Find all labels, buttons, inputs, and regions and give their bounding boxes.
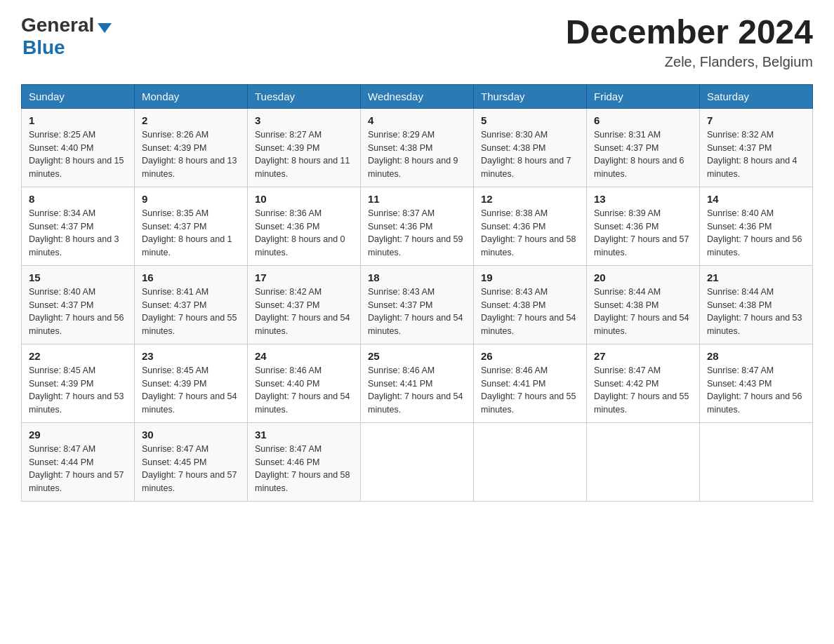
day-detail: Sunrise: 8:38 AMSunset: 4:36 PMDaylight:… [481, 207, 579, 260]
day-number: 16 [142, 271, 240, 283]
day-number: 28 [707, 350, 805, 362]
day-number: 9 [142, 193, 240, 205]
day-detail: Sunrise: 8:43 AMSunset: 4:37 PMDaylight:… [368, 286, 466, 338]
header-thursday: Thursday [474, 84, 587, 108]
day-number: 10 [255, 193, 353, 205]
calendar-cell: 21 Sunrise: 8:44 AMSunset: 4:38 PMDaylig… [700, 265, 813, 344]
day-number: 29 [29, 429, 127, 441]
day-detail: Sunrise: 8:31 AMSunset: 4:37 PMDaylight:… [594, 128, 692, 181]
day-number: 18 [368, 271, 466, 283]
day-number: 31 [255, 429, 353, 441]
day-number: 3 [255, 114, 353, 126]
calendar-cell: 26 Sunrise: 8:46 AMSunset: 4:41 PMDaylig… [474, 344, 587, 422]
day-detail: Sunrise: 8:35 AMSunset: 4:37 PMDaylight:… [142, 207, 240, 260]
calendar-cell: 19 Sunrise: 8:43 AMSunset: 4:38 PMDaylig… [474, 265, 587, 344]
calendar-cell [474, 422, 587, 501]
day-number: 19 [481, 271, 579, 283]
day-number: 2 [142, 114, 240, 126]
day-detail: Sunrise: 8:47 AMSunset: 4:44 PMDaylight:… [29, 443, 127, 495]
day-detail: Sunrise: 8:43 AMSunset: 4:38 PMDaylight:… [481, 286, 579, 338]
header-saturday: Saturday [700, 84, 813, 108]
calendar-cell: 29 Sunrise: 8:47 AMSunset: 4:44 PMDaylig… [22, 422, 135, 501]
header-monday: Monday [135, 84, 248, 108]
calendar-cell: 18 Sunrise: 8:43 AMSunset: 4:37 PMDaylig… [361, 265, 474, 344]
day-detail: Sunrise: 8:29 AMSunset: 4:38 PMDaylight:… [368, 128, 466, 181]
day-detail: Sunrise: 8:44 AMSunset: 4:38 PMDaylight:… [594, 286, 692, 338]
day-detail: Sunrise: 8:45 AMSunset: 4:39 PMDaylight:… [142, 364, 240, 417]
day-detail: Sunrise: 8:37 AMSunset: 4:36 PMDaylight:… [368, 207, 466, 260]
day-detail: Sunrise: 8:34 AMSunset: 4:37 PMDaylight:… [29, 207, 127, 260]
day-detail: Sunrise: 8:47 AMSunset: 4:42 PMDaylight:… [594, 364, 692, 417]
header-wednesday: Wednesday [361, 84, 474, 108]
day-number: 8 [29, 193, 127, 205]
day-detail: Sunrise: 8:44 AMSunset: 4:38 PMDaylight:… [707, 286, 805, 338]
calendar-cell: 16 Sunrise: 8:41 AMSunset: 4:37 PMDaylig… [135, 265, 248, 344]
day-number: 21 [707, 271, 805, 283]
day-number: 4 [368, 114, 466, 126]
calendar-cell: 30 Sunrise: 8:47 AMSunset: 4:45 PMDaylig… [135, 422, 248, 501]
day-detail: Sunrise: 8:26 AMSunset: 4:39 PMDaylight:… [142, 128, 240, 181]
calendar-cell: 1 Sunrise: 8:25 AMSunset: 4:40 PMDayligh… [22, 108, 135, 187]
day-number: 27 [594, 350, 692, 362]
calendar-cell: 25 Sunrise: 8:46 AMSunset: 4:41 PMDaylig… [361, 344, 474, 422]
day-number: 7 [707, 114, 805, 126]
day-detail: Sunrise: 8:32 AMSunset: 4:37 PMDaylight:… [707, 128, 805, 181]
calendar-cell: 31 Sunrise: 8:47 AMSunset: 4:46 PMDaylig… [248, 422, 361, 501]
day-number: 25 [368, 350, 466, 362]
calendar-cell: 9 Sunrise: 8:35 AMSunset: 4:37 PMDayligh… [135, 187, 248, 265]
calendar-week-row: 8 Sunrise: 8:34 AMSunset: 4:37 PMDayligh… [22, 187, 813, 265]
day-number: 24 [255, 350, 353, 362]
calendar-table: SundayMondayTuesdayWednesdayThursdayFrid… [21, 84, 813, 502]
day-number: 11 [368, 193, 466, 205]
day-number: 12 [481, 193, 579, 205]
day-number: 20 [594, 271, 692, 283]
header-sunday: Sunday [22, 84, 135, 108]
day-detail: Sunrise: 8:25 AMSunset: 4:40 PMDaylight:… [29, 128, 127, 181]
day-number: 14 [707, 193, 805, 205]
calendar-cell: 8 Sunrise: 8:34 AMSunset: 4:37 PMDayligh… [22, 187, 135, 265]
calendar-cell: 24 Sunrise: 8:46 AMSunset: 4:40 PMDaylig… [248, 344, 361, 422]
day-detail: Sunrise: 8:39 AMSunset: 4:36 PMDaylight:… [594, 207, 692, 260]
calendar-cell: 3 Sunrise: 8:27 AMSunset: 4:39 PMDayligh… [248, 108, 361, 187]
logo: General Blue [21, 14, 112, 59]
calendar-cell: 23 Sunrise: 8:45 AMSunset: 4:39 PMDaylig… [135, 344, 248, 422]
calendar-cell: 28 Sunrise: 8:47 AMSunset: 4:43 PMDaylig… [700, 344, 813, 422]
day-detail: Sunrise: 8:36 AMSunset: 4:36 PMDaylight:… [255, 207, 353, 260]
calendar-cell: 17 Sunrise: 8:42 AMSunset: 4:37 PMDaylig… [248, 265, 361, 344]
calendar-cell: 11 Sunrise: 8:37 AMSunset: 4:36 PMDaylig… [361, 187, 474, 265]
logo-general-text: General [21, 14, 94, 36]
logo-blue-text: Blue [22, 36, 65, 59]
day-number: 13 [594, 193, 692, 205]
day-detail: Sunrise: 8:46 AMSunset: 4:41 PMDaylight:… [481, 364, 579, 417]
calendar-cell: 4 Sunrise: 8:29 AMSunset: 4:38 PMDayligh… [361, 108, 474, 187]
calendar-cell: 22 Sunrise: 8:45 AMSunset: 4:39 PMDaylig… [22, 344, 135, 422]
calendar-cell: 6 Sunrise: 8:31 AMSunset: 4:37 PMDayligh… [587, 108, 700, 187]
header-tuesday: Tuesday [248, 84, 361, 108]
day-number: 15 [29, 271, 127, 283]
day-number: 22 [29, 350, 127, 362]
calendar-cell: 13 Sunrise: 8:39 AMSunset: 4:36 PMDaylig… [587, 187, 700, 265]
day-number: 26 [481, 350, 579, 362]
day-detail: Sunrise: 8:40 AMSunset: 4:37 PMDaylight:… [29, 286, 127, 338]
calendar-week-row: 22 Sunrise: 8:45 AMSunset: 4:39 PMDaylig… [22, 344, 813, 422]
month-year-title: December 2024 [566, 14, 813, 51]
calendar-cell: 14 Sunrise: 8:40 AMSunset: 4:36 PMDaylig… [700, 187, 813, 265]
calendar-cell: 7 Sunrise: 8:32 AMSunset: 4:37 PMDayligh… [700, 108, 813, 187]
calendar-cell: 2 Sunrise: 8:26 AMSunset: 4:39 PMDayligh… [135, 108, 248, 187]
day-detail: Sunrise: 8:27 AMSunset: 4:39 PMDaylight:… [255, 128, 353, 181]
day-detail: Sunrise: 8:42 AMSunset: 4:37 PMDaylight:… [255, 286, 353, 338]
day-number: 23 [142, 350, 240, 362]
day-detail: Sunrise: 8:46 AMSunset: 4:41 PMDaylight:… [368, 364, 466, 417]
day-number: 5 [481, 114, 579, 126]
day-detail: Sunrise: 8:30 AMSunset: 4:38 PMDaylight:… [481, 128, 579, 181]
header-friday: Friday [587, 84, 700, 108]
calendar-header-row: SundayMondayTuesdayWednesdayThursdayFrid… [22, 84, 813, 108]
calendar-cell: 20 Sunrise: 8:44 AMSunset: 4:38 PMDaylig… [587, 265, 700, 344]
calendar-cell [361, 422, 474, 501]
location-subtitle: Zele, Flanders, Belgium [566, 54, 813, 70]
calendar-cell [700, 422, 813, 501]
calendar-week-row: 29 Sunrise: 8:47 AMSunset: 4:44 PMDaylig… [22, 422, 813, 501]
calendar-cell: 5 Sunrise: 8:30 AMSunset: 4:38 PMDayligh… [474, 108, 587, 187]
day-detail: Sunrise: 8:47 AMSunset: 4:45 PMDaylight:… [142, 443, 240, 495]
day-number: 17 [255, 271, 353, 283]
